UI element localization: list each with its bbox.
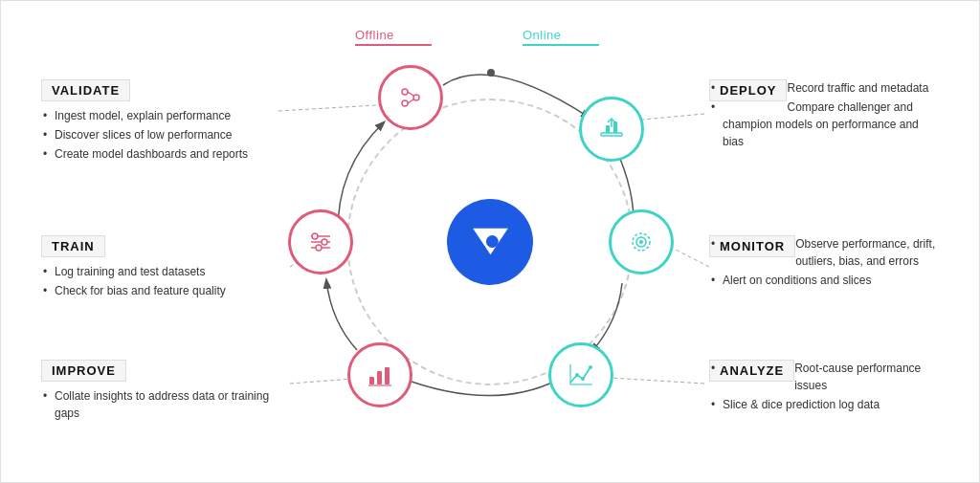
info-deploy: DEPLOY Record traffic and metadata Compa… [709,79,939,152]
info-monitor: MONITOR Observe performance, drift, outl… [709,235,939,291]
node-analyze [548,342,613,407]
svg-point-36 [316,245,322,251]
deploy-list: Record traffic and metadata Compare chal… [709,79,939,150]
svg-line-4 [676,250,709,267]
train-title: TRAIN [41,235,105,257]
improve-list: Collate insights to address data or trai… [41,387,290,422]
validate-item-3: Create model dashboards and reports [41,145,290,163]
center-logo [447,199,533,285]
info-analyze: ANALYZE Root-cause performance issues Sl… [709,360,939,415]
svg-point-35 [322,239,327,245]
improve-item-1: Collate insights to address data or trai… [41,387,290,422]
node-improve [347,342,412,407]
svg-point-22 [575,373,579,377]
node-train [288,209,353,274]
info-validate: VALIDATE Ingest model, explain performan… [41,79,290,165]
monitor-list: Observe performance, drift, outliers, bi… [709,235,939,289]
node-monitor [609,209,674,274]
offline-label: Offline [355,28,432,46]
online-label: Online [523,28,599,46]
svg-line-3 [633,114,704,121]
train-item-1: Log training and test datasets [41,263,290,280]
svg-rect-29 [385,367,390,384]
validate-title: VALIDATE [41,79,130,101]
validate-list: Ingest model, explain performance Discov… [41,107,290,163]
svg-rect-17 [613,121,617,133]
svg-rect-16 [606,125,610,133]
svg-rect-15 [601,133,622,136]
deploy-item-1: Record traffic and metadata [709,79,939,97]
analyze-list: Root-cause performance issues Slice & di… [709,360,939,413]
svg-point-9 [487,69,495,77]
train-list: Log training and test datasets Check for… [41,263,290,299]
svg-point-21 [639,240,643,244]
info-train: TRAIN Log training and test datasets Che… [41,235,290,301]
validate-item-2: Discover slices of low performance [41,126,290,143]
svg-point-24 [589,365,592,369]
svg-point-12 [402,100,408,106]
svg-line-13 [408,92,413,96]
svg-point-11 [413,95,419,100]
validate-item-1: Ingest model, explain performance [41,107,290,124]
svg-rect-28 [377,371,382,384]
monitor-item-1: Observe performance, drift, outliers, bi… [709,235,939,270]
monitor-item-2: Alert on conditions and slices [709,272,939,289]
svg-point-7 [485,235,498,248]
svg-rect-27 [369,377,374,384]
node-deploy [579,97,644,162]
svg-point-34 [312,233,318,239]
deploy-item-2: Compare challenger and champion models o… [709,99,939,150]
improve-title: IMPROVE [41,360,126,382]
svg-line-0 [278,104,393,111]
info-improve: IMPROVE Collate insights to address data… [41,360,290,424]
analyze-item-1: Root-cause performance issues [709,360,939,394]
svg-point-10 [402,89,408,95]
svg-point-23 [581,377,585,381]
main-container: Offline Online [0,0,980,483]
train-item-2: Check for bias and feature quality [41,282,290,299]
analyze-item-2: Slice & dice prediction log data [709,396,939,413]
node-validate [378,65,443,130]
svg-line-14 [408,99,413,103]
